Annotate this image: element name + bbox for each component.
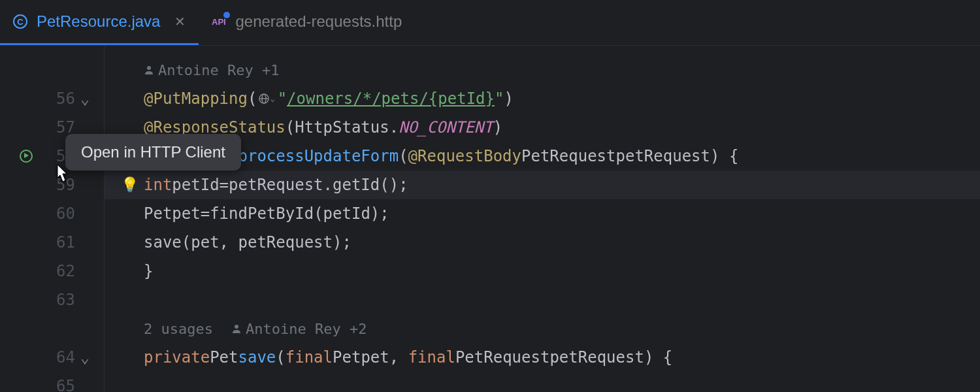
gutter-tooltip[interactable]: Open in HTTP Client bbox=[65, 134, 241, 171]
line-number: 65 bbox=[49, 377, 75, 392]
gutter: 56⌄ 57 58 59 60 61 62 63 64⌄ 65 bbox=[0, 46, 105, 392]
tab-petresource[interactable]: C PetResource.java ✕ bbox=[0, 0, 199, 45]
globe-icon[interactable]: ⌄ bbox=[258, 93, 274, 105]
run-gutter-icon[interactable] bbox=[16, 150, 36, 163]
fold-icon[interactable]: ⌄ bbox=[75, 348, 95, 367]
tab-requests[interactable]: API generated-requests.http bbox=[199, 0, 415, 45]
line-number: 62 bbox=[49, 262, 75, 280]
tab-label: generated-requests.http bbox=[235, 12, 402, 31]
cursor-icon bbox=[51, 163, 72, 191]
usages-hint[interactable]: 2 usages Antoine Rey +2 bbox=[105, 314, 980, 343]
editor: 56⌄ 57 58 59 60 61 62 63 64⌄ 65 Antoine … bbox=[0, 46, 980, 392]
line-number: 64 bbox=[49, 348, 75, 367]
author-hint[interactable]: Antoine Rey +1 bbox=[105, 56, 980, 84]
svg-point-3 bbox=[147, 66, 151, 70]
line-number: 63 bbox=[49, 291, 75, 309]
line-number: 56 bbox=[49, 90, 75, 108]
svg-point-7 bbox=[235, 325, 238, 329]
line-number: 60 bbox=[49, 204, 75, 223]
http-file-icon: API bbox=[212, 14, 226, 29]
svg-text:API: API bbox=[212, 17, 226, 27]
java-class-icon: C bbox=[13, 14, 27, 29]
close-icon[interactable]: ✕ bbox=[174, 14, 186, 29]
code-area[interactable]: Antoine Rey +1 @PutMapping(⌄"/owners/*/p… bbox=[105, 46, 980, 392]
fold-icon[interactable]: ⌄ bbox=[75, 90, 95, 108]
lightbulb-icon[interactable]: 💡 bbox=[121, 176, 139, 193]
tab-bar: C PetResource.java ✕ API generated-reque… bbox=[0, 0, 980, 46]
tab-label: PetResource.java bbox=[37, 12, 160, 31]
svg-text:C: C bbox=[17, 17, 24, 27]
line-number: 61 bbox=[49, 233, 75, 252]
